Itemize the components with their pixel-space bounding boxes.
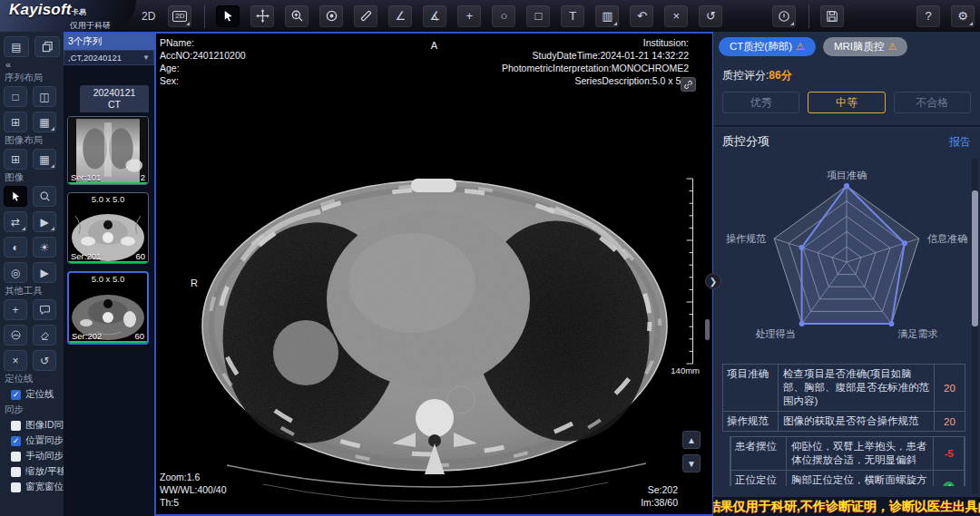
help-icon[interactable]: ? [916, 5, 940, 27]
reset-icon[interactable]: ↺ [699, 5, 722, 27]
checkbox-icon [11, 421, 21, 431]
study-select-dropdown[interactable]: ,CT,20240121▼ [64, 50, 154, 65]
image-scrollbar[interactable] [705, 319, 710, 340]
series-number: Ser:101 [71, 172, 101, 182]
locator-checkbox[interactable]: ✓定位线 [11, 388, 60, 401]
panel-layout-icon[interactable]: ▤ [4, 36, 29, 57]
image-grid-2x2-icon[interactable]: ⊞ [4, 149, 27, 170]
play-icon[interactable]: ▶ [33, 262, 56, 283]
qc-table: 项目准确 检查项目是否准确(项目如脑部、胸部、腹部是否在标准的范围内容) 20操… [722, 364, 965, 486]
grade-fail-button[interactable]: 不合格 [894, 92, 971, 113]
angle-measure-icon[interactable]: ∠ [388, 5, 412, 27]
cine-flag-icon[interactable]: ▶ [33, 211, 56, 232]
ruler-length-label: 140mm [671, 365, 700, 375]
delete-tool-icon[interactable]: × [4, 350, 27, 371]
settings-gear-icon[interactable]: ⚙ [951, 5, 975, 27]
main-viewport[interactable]: PName: AccNO:2401210200 Age: Sex: A R In… [154, 32, 713, 516]
layout-1x1-icon[interactable]: □ [4, 86, 27, 107]
item-score: 20 [944, 416, 956, 427]
next-image-button[interactable]: ▼ [682, 454, 701, 472]
orientation-marker-right: R [191, 277, 198, 289]
text-annotation-icon[interactable]: T [561, 5, 584, 27]
check-icon: ✓ [943, 482, 955, 487]
logo-tagline: 仅用于科研 [9, 21, 136, 30]
disclaimer-banner: 结果仅用于科研,不作诊断证明，诊断以医生出具的诊断 [713, 497, 980, 516]
overlay-zoom-info: Zoom:1.6 WW/WL:400/40 Th:5 [160, 471, 227, 509]
thumbnail-desc: 5.0 x 5.0 [69, 273, 147, 285]
series-thumbnail-ser-202[interactable]: 5.0 x 5.0Ser:20260 [67, 271, 149, 345]
comment-icon[interactable] [33, 299, 56, 320]
sync-checkbox[interactable]: 手动同步 [11, 450, 60, 462]
item-name: 正位定位 [731, 471, 786, 486]
grade-excellent-button[interactable]: 优秀 [722, 92, 799, 113]
record-icon[interactable]: ◎ [4, 262, 27, 283]
undo-icon[interactable]: ↶ [630, 5, 653, 27]
panel-expander-button[interactable]: ❯ [705, 273, 721, 289]
annotate-stamp-icon[interactable] [4, 325, 27, 346]
loaded-progress-bar [68, 261, 148, 263]
sync-checkbox[interactable]: 窗宽窗位 [11, 481, 60, 493]
rectangle-roi-icon[interactable]: □ [526, 5, 550, 27]
checkbox-label: 定位线 [25, 388, 54, 401]
reset-tool-icon[interactable]: ↺ [33, 350, 56, 371]
eraser-icon[interactable] [33, 325, 56, 346]
invert-icon[interactable]: ◐ [4, 237, 27, 258]
image-grid-3x3-icon[interactable]: ▦ [33, 149, 56, 170]
layout-2d-icon[interactable]: 2D [168, 5, 191, 27]
series-number: Ser:202 [72, 331, 102, 341]
export-copy-icon[interactable] [34, 36, 60, 57]
panel-scrollbar[interactable] [972, 190, 978, 326]
mode-2d-label: 2D [142, 10, 155, 23]
save-icon[interactable] [820, 5, 844, 27]
item-name: 患者摆位 [731, 437, 786, 470]
app-logo: Kayisoft卡易 仅用于科研 [0, 0, 136, 32]
previous-image-button[interactable]: ▲ [682, 431, 701, 449]
length-measure-icon[interactable] [354, 5, 377, 27]
series-panel: 3个序列 ,CT,20240121▼ 20240121 CT Ser:10125… [64, 32, 154, 516]
layout-3x3-icon[interactable]: ▦ [33, 112, 56, 132]
checkbox-label: 窗宽窗位 [25, 481, 64, 493]
tab-ct-qc[interactable]: CT质控(肺部)⚠ [719, 37, 816, 56]
ct-axial-image[interactable] [156, 34, 713, 514]
add-point-icon[interactable]: + [4, 299, 27, 320]
image-layout-label: 图像布局 [5, 134, 60, 147]
info-icon[interactable] [772, 5, 796, 27]
sync-checkbox[interactable]: 图像ID同步 [11, 419, 60, 432]
series-thumbnail-ser-201[interactable]: 5.0 x 5.0Ser:20160 [67, 192, 149, 264]
image-layout-icon[interactable]: ▥ [595, 5, 619, 27]
penalty-score: -5 [944, 448, 953, 459]
rotate-flip-icon[interactable]: ⇄ [4, 211, 27, 232]
layout-2x2-icon[interactable]: ⊞ [4, 112, 27, 132]
cobb-angle-icon[interactable]: ∡ [423, 5, 446, 27]
tab-mri-qc[interactable]: MRI脑质控⚠ [823, 37, 907, 56]
sync-checkbox[interactable]: ✓位置同步 [11, 434, 60, 447]
pan-icon[interactable] [250, 5, 274, 27]
series-thumbnail-ser-101[interactable]: Ser:1012 [67, 116, 149, 185]
link-series-button[interactable] [681, 77, 696, 92]
report-link[interactable]: 报告 [949, 134, 971, 150]
ellipse-roi-icon[interactable]: ○ [492, 5, 515, 27]
item-desc: 检查项目是否准确(项目如脑部、胸部、腹部是否在标准的范围内容) [778, 365, 935, 411]
window-level-icon[interactable] [319, 5, 343, 27]
sync-section-label: 同步 [5, 404, 60, 416]
image-pointer-icon[interactable] [4, 186, 27, 207]
brightness-icon[interactable]: ☀ [33, 237, 56, 258]
grade-medium-button[interactable]: 中等 [808, 92, 885, 113]
magnify-icon[interactable] [33, 186, 56, 207]
study-group-header[interactable]: 20240121 CT [80, 85, 149, 112]
pointer-icon[interactable] [216, 5, 240, 27]
qc-score: 质控评分:86分 [722, 68, 971, 83]
sync-checkbox[interactable]: 缩放/平移 [11, 465, 60, 478]
qc-radar-chart: 项目准确信息准确满足需求处理得当操作规范 [713, 150, 980, 364]
loaded-progress-bar [68, 182, 148, 184]
delete-annotation-icon[interactable]: × [664, 5, 688, 27]
orientation-marker-anterior: A [431, 39, 437, 52]
thumbnail-desc: 5.0 x 5.0 [68, 193, 148, 205]
svg-text:满足需求: 满足需求 [897, 328, 937, 339]
point-marker-icon[interactable]: + [457, 5, 481, 27]
zoom-in-icon[interactable] [285, 5, 309, 27]
collapse-sidebar-button[interactable]: « [5, 59, 60, 70]
layout-1x2-icon[interactable]: ◫ [33, 86, 56, 107]
left-sidebar: ▤ « 序列布局 □ ◫ ⊞ ▦ 图像布局 ⊞ ▦ 图像 ⇄ ▶ [0, 32, 64, 516]
image-count: 60 [135, 251, 145, 261]
